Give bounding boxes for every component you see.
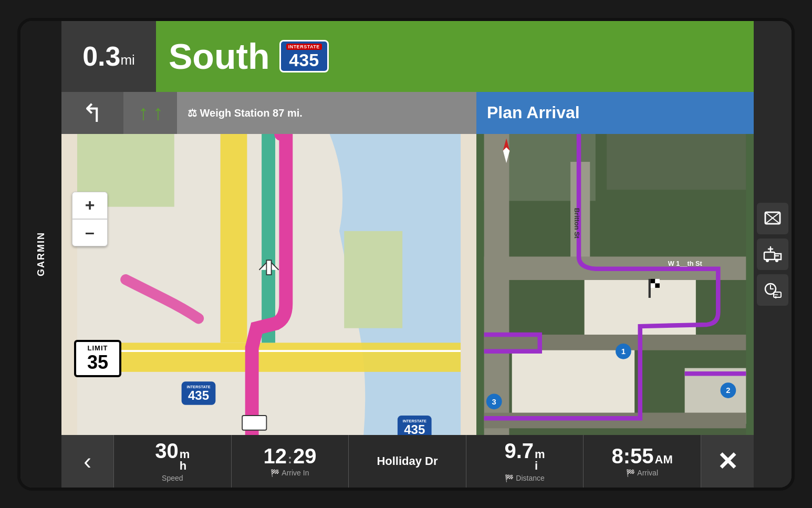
interstate-top-label: INTERSTATE	[286, 44, 322, 50]
arrive-label-text: Arrive In	[282, 469, 309, 477]
garmin-sidebar: GARMIN	[20, 21, 61, 488]
speed-limit-value: 35	[82, 352, 113, 373]
svg-rect-7	[266, 260, 271, 275]
status-bar: ‹ 30mh Speed 12:29 🏁 Arrive In	[61, 435, 754, 488]
arrival-time-icon	[763, 281, 782, 299]
svg-rect-30	[651, 278, 655, 283]
garmin-device: GARMIN 0.3 mi South INTERSTATE 435	[17, 18, 795, 491]
svg-rect-32	[651, 283, 655, 287]
speed-label: Speed	[162, 474, 183, 482]
flag-icon-arrival: 🏁	[626, 469, 635, 477]
svg-text:Britton St: Britton St	[573, 208, 581, 239]
svg-text:435: 435	[404, 422, 425, 435]
flag-icon-arrive: 🏁	[270, 469, 279, 477]
svg-rect-8	[242, 416, 266, 430]
truck-route-icon	[763, 245, 782, 264]
close-icon: ✕	[717, 447, 738, 476]
arrival-status: 8:55AM 🏁 Arrival	[584, 435, 701, 488]
right-sidebar	[754, 21, 792, 488]
distance-status-value: 9.7mi	[504, 440, 545, 472]
arrival-value: 8:55AM	[612, 445, 673, 466]
speed-limit-sign: LIMIT 35	[74, 340, 121, 377]
svg-point-48	[775, 259, 778, 262]
map-area: ↰ ↑ ↑ ⚖ Weigh Station 87 mi.	[61, 92, 754, 435]
satellite-canvas[interactable]: Britton St W 1__th St 1 2 3	[476, 134, 754, 435]
svg-rect-5	[221, 134, 247, 343]
svg-text:435: 435	[188, 388, 209, 402]
distance-unit-label: mi	[535, 449, 545, 472]
speed-status: 30mh Speed	[114, 435, 232, 488]
plan-arrival-text: Plan Arrival	[487, 103, 580, 122]
arrive-hour: 12	[263, 445, 287, 466]
straight-arrows: ↑ ↑	[124, 92, 177, 134]
left-map: ↰ ↑ ↑ ⚖ Weigh Station 87 mi.	[61, 92, 476, 435]
street-name: Holliday Dr	[377, 454, 438, 468]
interstate-badge: INTERSTATE 435	[279, 40, 329, 72]
svg-rect-24	[484, 335, 746, 350]
svg-rect-3	[77, 343, 461, 371]
distance-box: 0.3 mi	[61, 21, 156, 92]
arrive-in-status: 12:29 🏁 Arrive In	[232, 435, 349, 488]
left-map-canvas[interactable]: INTERSTATE 435 INTERSTATE 435 +	[61, 134, 476, 435]
zoom-controls[interactable]: + –	[72, 192, 108, 246]
zoom-in-button[interactable]: +	[72, 192, 108, 219]
map-svg: INTERSTATE 435 INTERSTATE 435	[61, 134, 476, 435]
turn-arrow-box: ↰	[61, 92, 124, 134]
flag-icon-distance: 🏁	[505, 474, 514, 482]
arrive-min: 29	[293, 445, 317, 466]
straight-arrow-1: ↑	[138, 101, 149, 125]
speed-value: 30mh	[155, 440, 190, 472]
close-button[interactable]: ✕	[701, 435, 754, 488]
svg-text:3: 3	[492, 397, 496, 406]
map-view-button[interactable]	[757, 203, 788, 234]
arrival-label-text: Arrival	[637, 469, 658, 477]
distance-value: 0.3	[82, 40, 120, 72]
right-map: Plan Arrival	[476, 92, 754, 435]
speed-label-text: Speed	[162, 474, 183, 482]
svg-rect-4	[77, 350, 461, 352]
satellite-svg: Britton St W 1__th St 1 2 3	[476, 134, 754, 435]
arrival-label: 🏁 Arrival	[626, 469, 658, 477]
svg-text:1: 1	[621, 347, 626, 356]
distance-label-text: Distance	[516, 474, 544, 482]
svg-rect-29	[649, 278, 651, 297]
svg-text:W 1__th St: W 1__th St	[668, 260, 703, 267]
svg-text:2: 2	[726, 386, 730, 395]
svg-point-53	[775, 296, 777, 298]
speed-limit-label: LIMIT	[82, 344, 113, 352]
arrival-time: 8:55	[612, 445, 654, 466]
truck-route-button[interactable]	[757, 239, 788, 270]
svg-rect-46	[764, 252, 775, 260]
garmin-logo: GARMIN	[36, 232, 47, 276]
weigh-station-text: ⚖ Weigh Station 87 mi.	[188, 107, 303, 119]
street-name-bar: Holliday Dr	[349, 435, 466, 488]
distance-label: 🏁 Distance	[505, 474, 544, 482]
nav-bar: 0.3 mi South INTERSTATE 435	[61, 21, 754, 92]
map-view-icon	[763, 209, 782, 228]
interstate-number: 435	[289, 51, 319, 69]
back-arrow-icon: ‹	[84, 448, 91, 474]
speed-unit: mh	[180, 449, 190, 472]
svg-rect-21	[484, 134, 509, 435]
svg-rect-6	[262, 134, 275, 343]
distance-status: 9.7mi 🏁 Distance	[466, 435, 584, 488]
arrival-ampm: AM	[655, 454, 673, 465]
svg-rect-2	[344, 231, 402, 328]
svg-rect-33	[655, 283, 659, 287]
weigh-station-bar: ⚖ Weigh Station 87 mi.	[177, 92, 476, 134]
plan-arrival-bar: Plan Arrival	[476, 92, 754, 134]
svg-rect-17	[607, 134, 746, 190]
zoom-out-button[interactable]: –	[72, 219, 108, 246]
direction-box: South INTERSTATE 435	[156, 21, 754, 92]
distance-number: 9.7	[504, 440, 534, 461]
arrive-label: 🏁 Arrive In	[270, 469, 309, 477]
turn-arrow-icon: ↰	[82, 98, 103, 128]
back-button[interactable]: ‹	[61, 435, 114, 488]
arrive-value: 12:29	[263, 445, 316, 466]
speed-number: 30	[155, 440, 179, 461]
svg-rect-31	[655, 278, 659, 283]
svg-point-47	[766, 259, 769, 262]
distance-unit: mi	[120, 52, 134, 68]
turn-row: ↰ ↑ ↑ ⚖ Weigh Station 87 mi.	[61, 92, 476, 134]
arrival-time-button[interactable]	[757, 274, 788, 306]
